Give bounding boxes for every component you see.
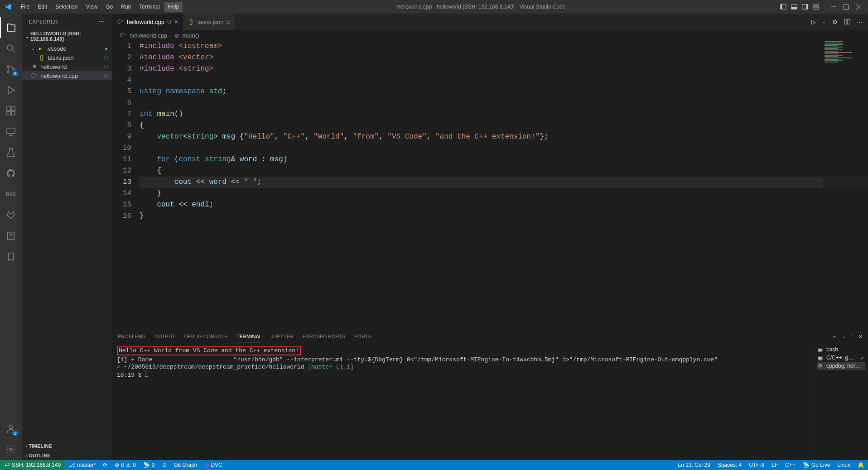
run-icon[interactable]: ▷ xyxy=(811,19,816,25)
activity-manage[interactable] xyxy=(0,439,22,460)
close-panel-icon[interactable]: ✕ xyxy=(858,334,863,340)
terminal-list-item[interactable]: ▣C/C++: g…✔ xyxy=(817,354,865,362)
git-sync[interactable]: ⟳ xyxy=(99,462,111,468)
remote-indicator[interactable]: ⮂ SSH: 192.168.8.149 xyxy=(0,460,65,470)
activity-explorer[interactable] xyxy=(0,17,22,38)
code-line[interactable]: vector<string> msg {"Hello", "C++", "Wor… xyxy=(140,131,868,143)
minimize-icon[interactable] xyxy=(830,4,836,10)
tree-item[interactable]: ⌄▸.vscode● xyxy=(22,44,112,53)
code-line[interactable]: for (const string& word : msg) xyxy=(140,154,868,165)
menu-item-go[interactable]: Go xyxy=(102,2,116,12)
menu-item-selection[interactable]: Selection xyxy=(52,2,81,12)
activity-search[interactable] xyxy=(0,38,22,59)
activity-extensions[interactable] xyxy=(0,101,22,121)
split-editor-icon[interactable] xyxy=(844,19,850,25)
code-content[interactable]: #include <iostream>#include <vector>#inc… xyxy=(140,41,868,329)
menu-item-run[interactable]: Run xyxy=(117,2,135,12)
panel-tab-exposed-ports[interactable]: EXPOSED PORTS xyxy=(303,331,345,342)
menu-item-help[interactable]: Help xyxy=(164,2,183,12)
breadcrumb[interactable]: C⁺ helloworld.cpp › ⊕ main() xyxy=(112,30,868,41)
terminal-prompt[interactable]: 18:19 $ xyxy=(117,371,809,379)
tree-item[interactable]: ≡helloworldU xyxy=(22,62,112,71)
customize-layout-icon[interactable] xyxy=(813,4,819,10)
menu-item-file[interactable]: File xyxy=(17,2,33,12)
code-line[interactable]: #include <string> xyxy=(140,63,868,75)
os-indicator[interactable]: Linux xyxy=(834,462,854,468)
eol-status[interactable]: LF xyxy=(768,462,781,468)
go-live-button[interactable]: 📡 Go Live xyxy=(799,462,834,468)
sidebar-bottom: ›TIMELINE ›OUTLINE xyxy=(22,441,112,460)
chevron-down-icon[interactable]: ⌄ xyxy=(822,19,826,24)
close-icon[interactable] xyxy=(855,4,862,10)
panel-tab-terminal[interactable]: TERMINAL xyxy=(236,331,262,342)
activity-github[interactable] xyxy=(0,163,22,184)
activity-dvc[interactable]: DVC xyxy=(0,184,22,205)
sidebar-more-icon[interactable]: ⋯ xyxy=(98,17,106,26)
configure-icon[interactable]: ⚙ xyxy=(832,19,838,25)
terminal-list-item[interactable]: ⚙cppdbg: hell… xyxy=(817,362,865,370)
code-line[interactable]: cout << endl; xyxy=(140,199,868,211)
activity-gitlab[interactable] xyxy=(0,205,22,225)
dvc-indicator[interactable]: ⊘ DVC xyxy=(201,462,226,468)
menu-item-view[interactable]: View xyxy=(82,2,101,12)
live-server-button[interactable]: ⊙ xyxy=(159,462,170,468)
notifications-button[interactable]: 🔔 xyxy=(854,462,868,468)
indentation-status[interactable]: Spaces: 4 xyxy=(714,462,745,468)
code-line[interactable]: { xyxy=(140,120,868,131)
code-line[interactable]: cout << word << " "; xyxy=(140,177,868,188)
problems-indicator[interactable]: ⊘0 ⚠0 xyxy=(111,462,139,468)
timeline-section[interactable]: ›TIMELINE xyxy=(22,441,112,451)
warning-icon: ⚠ xyxy=(126,462,131,468)
workspace-folder-header[interactable]: ⌄ HELLOWORLD [SSH: 192.168.8.149] xyxy=(22,29,112,43)
tab-close-icon[interactable]: × xyxy=(174,18,178,25)
code-line[interactable]: } xyxy=(140,211,868,222)
panel-tab-output[interactable]: OUTPUT xyxy=(154,331,175,342)
code-line[interactable] xyxy=(140,97,868,109)
code-line[interactable] xyxy=(140,75,868,86)
git-graph-button[interactable]: Git Graph xyxy=(170,462,201,468)
chevron-down-icon[interactable]: ⌄ xyxy=(842,334,846,339)
minimap[interactable] xyxy=(823,41,868,329)
panel-tab-ports[interactable]: PORTS xyxy=(354,331,371,342)
activity-project-manager[interactable] xyxy=(0,225,22,246)
editor-tab[interactable]: C⁺helloworld.cpp U × xyxy=(112,14,183,30)
code-line[interactable]: { xyxy=(140,165,868,177)
panel-tab-problems[interactable]: PROBLEMS xyxy=(118,331,145,342)
terminal-list-item[interactable]: ▣bash xyxy=(817,345,865,354)
code-line[interactable]: } xyxy=(140,188,868,199)
activity-remote-explorer[interactable] xyxy=(0,121,22,142)
language-mode[interactable]: C++ xyxy=(781,462,799,468)
code-line[interactable]: using namespace std; xyxy=(140,86,868,97)
git-branch[interactable]: ⎇ master* xyxy=(65,462,99,468)
maximize-panel-icon[interactable]: ˆ xyxy=(851,334,853,339)
code-line[interactable]: #include <iostream> xyxy=(140,41,868,52)
cursor-position[interactable]: Ln 13, Col 29 xyxy=(674,462,714,468)
ports-indicator[interactable]: 📡0 xyxy=(140,462,159,468)
toggle-secondary-sidebar-icon[interactable] xyxy=(802,4,808,10)
menu-item-edit[interactable]: Edit xyxy=(34,2,51,12)
maximize-icon[interactable] xyxy=(843,4,849,10)
code-line[interactable] xyxy=(140,143,868,154)
code-line[interactable]: int main() xyxy=(140,109,868,120)
activity-run-debug[interactable] xyxy=(0,80,22,101)
outline-section[interactable]: ›OUTLINE xyxy=(22,451,112,460)
activity-accounts[interactable]: 1 xyxy=(0,418,22,439)
code-line[interactable]: #include <vector> xyxy=(140,52,868,63)
toggle-primary-sidebar-icon[interactable] xyxy=(780,4,786,10)
menu-item-terminal[interactable]: Terminal xyxy=(135,2,163,12)
tree-item[interactable]: C⁺helloworld.cppU xyxy=(22,71,112,80)
code-editor[interactable]: 12345678910111213141516 #include <iostre… xyxy=(112,41,868,329)
tree-item[interactable]: {}tasks.jsonU xyxy=(22,53,112,62)
panel-tab-jupyter[interactable]: JUPYTER xyxy=(271,331,294,342)
activity-source-control[interactable]: 3 xyxy=(0,59,22,80)
more-icon[interactable]: ⋯ xyxy=(857,19,863,25)
encoding-status[interactable]: UTF-8 xyxy=(745,462,768,468)
editor-tab[interactable]: {}tasks.json U xyxy=(183,14,236,30)
terminal[interactable]: Hello C++ World from VS Code and the C++… xyxy=(112,344,814,460)
new-terminal-icon[interactable]: ＋ xyxy=(832,333,837,340)
panel-tab-debug-console[interactable]: DEBUG CONSOLE xyxy=(184,331,227,342)
svg-rect-8 xyxy=(813,7,819,9)
toggle-panel-icon[interactable] xyxy=(791,4,797,10)
activity-bookmarks[interactable] xyxy=(0,246,22,267)
activity-testing[interactable] xyxy=(0,142,22,163)
